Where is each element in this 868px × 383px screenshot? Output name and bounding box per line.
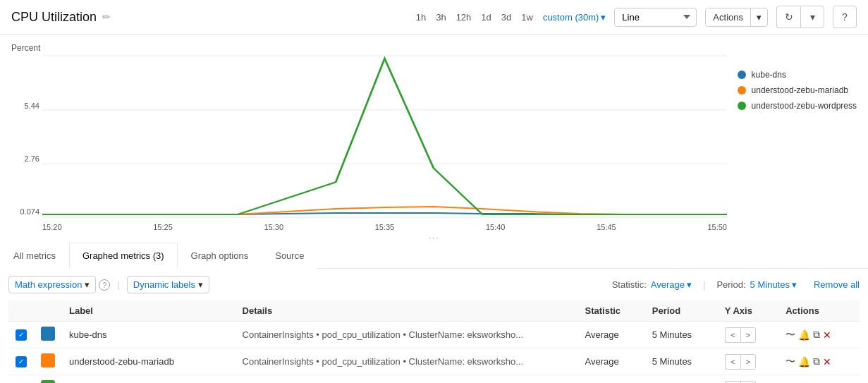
trend-icon-2[interactable]: 〜 — [786, 355, 795, 368]
legend-dot-wordpress — [738, 102, 746, 110]
remove-all-button[interactable]: Remove all — [814, 279, 860, 290]
checkbox-1[interactable]: ✓ — [16, 329, 27, 341]
col-header-actions: Actions — [778, 300, 860, 322]
copy-icon-1[interactable]: ⧉ — [813, 329, 820, 341]
table-row: ✓ understood-zebu-wordpress ContainerIns… — [8, 375, 860, 384]
custom-caret-icon: ▾ — [601, 12, 606, 23]
legend-label-mariadb: understood-zebu-mariadb — [752, 85, 848, 95]
top-bar: CPU Utilization ✏ 1h 3h 12h 1d 3d 1w cus… — [0, 0, 868, 35]
yaxis-left-btn-2[interactable]: < — [725, 354, 740, 370]
refresh-caret-button[interactable]: ▾ — [800, 6, 824, 28]
time-1h[interactable]: 1h — [416, 12, 426, 23]
row-period-1: 5 Minutes — [645, 322, 718, 348]
tab-graph-options[interactable]: Graph options — [178, 243, 262, 269]
statistic-group: Statistic: Average ▾ — [612, 279, 692, 290]
time-3h[interactable]: 3h — [436, 12, 446, 23]
row-details-3: ContainerInsights • pod_cpu_utilization … — [236, 375, 578, 384]
row-check-3[interactable]: ✓ — [8, 375, 34, 384]
time-custom[interactable]: custom (30m) ▾ — [543, 12, 606, 23]
row-label-1: kube-dns — [62, 322, 236, 348]
chart-container: Percent 5.44 2.76 0.074 15:20 15:25 15:3… — [0, 35, 868, 243]
row-statistic-2: Average — [577, 348, 644, 375]
row-swatch-1 — [34, 322, 62, 348]
col-header-check — [8, 300, 34, 322]
bell-icon-1[interactable]: 🔔 — [798, 329, 810, 341]
col-header-label: Label — [62, 300, 236, 322]
x-tick-1540: 15:40 — [486, 223, 506, 231]
refresh-button[interactable]: ↻ — [776, 6, 800, 28]
math-expression-dropdown[interactable]: Math expression ▾ — [8, 276, 96, 293]
yaxis-left-btn-1[interactable]: < — [725, 327, 740, 343]
swatch-2 — [41, 353, 55, 367]
y-tick-544: 5.44 — [11, 102, 39, 110]
trend-icon-1[interactable]: 〜 — [786, 329, 795, 341]
row-swatch-2 — [34, 348, 62, 375]
row-yaxis-2: < > — [718, 348, 778, 375]
remove-icon-2[interactable]: ✕ — [823, 356, 831, 367]
tabs-bar: All metrics Graphed metrics (3) Graph op… — [0, 243, 868, 269]
actions-cell-2: 〜 🔔 ⧉ ✕ — [786, 355, 852, 368]
table-row: ✓ understood-zebu-mariadb ContainerInsig… — [8, 348, 860, 375]
actions-caret-icon[interactable]: ▾ — [751, 8, 767, 26]
metrics-table: Label Details Statistic Period Y Axis Ac… — [8, 300, 860, 383]
statistic-dropdown[interactable]: Average ▾ — [651, 279, 692, 290]
row-check-1[interactable]: ✓ — [8, 322, 34, 348]
swatch-3 — [41, 380, 55, 383]
x-axis: 15:20 15:25 15:30 15:35 15:40 15:45 15:5… — [42, 223, 727, 231]
checkbox-2[interactable]: ✓ — [16, 356, 27, 367]
remove-icon-1[interactable]: ✕ — [823, 329, 831, 341]
row-actions-3: 〜 🔔 ⧉ ✕ — [778, 375, 860, 384]
legend-label-kubedns: kube-dns — [752, 70, 786, 80]
x-tick-1550: 15:50 — [707, 223, 727, 231]
col-header-period: Period — [645, 300, 718, 322]
col-header-details: Details — [236, 300, 578, 322]
legend-dot-kubedns — [738, 71, 746, 79]
bell-icon-2[interactable]: 🔔 — [798, 356, 810, 367]
dynamic-labels-dropdown[interactable]: Dynamic labels ▾ — [127, 276, 209, 293]
row-actions-1: 〜 🔔 ⧉ ✕ — [778, 322, 860, 348]
statistic-label: Statistic: — [612, 279, 647, 290]
tab-source[interactable]: Source — [262, 243, 317, 269]
chart-area — [42, 56, 727, 217]
yaxis-left-btn-3[interactable]: < — [725, 381, 740, 384]
y-axis-label: Percent — [11, 43, 40, 53]
actions-main-button[interactable]: Actions — [706, 8, 751, 26]
period-dropdown[interactable]: 5 Minutes ▾ — [750, 279, 797, 290]
time-controls: 1h 3h 12h 1d 3d 1w custom (30m) ▾ — [416, 12, 606, 23]
math-expression-label: Math expression — [15, 279, 82, 290]
chart-type-select[interactable]: Line Area Stacked area Number — [614, 8, 697, 27]
row-details-1: ContainerInsights • pod_cpu_utilization … — [236, 322, 578, 348]
expand-dots[interactable]: ··· — [428, 233, 439, 243]
tab-graphed-metrics[interactable]: Graphed metrics (3) — [69, 243, 178, 269]
row-statistic-3: Average — [577, 375, 644, 384]
time-1d[interactable]: 1d — [481, 12, 491, 23]
y-tick-276: 2.76 — [11, 154, 39, 163]
info-button[interactable]: ? — [833, 6, 857, 28]
row-period-3: 5 Minutes — [645, 375, 718, 384]
refresh-button-group: ↻ ▾ — [776, 6, 824, 28]
edit-icon[interactable]: ✏ — [102, 11, 111, 23]
row-swatch-3 — [34, 375, 62, 384]
row-details-2: ContainerInsights • pod_cpu_utilization … — [236, 348, 578, 375]
chart-legend: kube-dns understood-zebu-mariadb underst… — [738, 70, 857, 111]
tab-all-metrics[interactable]: All metrics — [0, 243, 69, 269]
time-3d[interactable]: 3d — [501, 12, 511, 23]
x-tick-1525: 15:25 — [153, 223, 173, 231]
yaxis-right-btn-2[interactable]: > — [740, 354, 756, 370]
row-check-2[interactable]: ✓ — [8, 348, 34, 375]
copy-icon-2[interactable]: ⧉ — [813, 355, 820, 367]
toolbar-divider2: | — [703, 279, 705, 290]
math-expression-help-icon[interactable]: ? — [99, 279, 110, 291]
y-tick-0074: 0.074 — [11, 207, 39, 216]
yaxis-right-btn-3[interactable]: > — [740, 381, 756, 384]
x-tick-1535: 15:35 — [375, 223, 395, 231]
table-body: ✓ kube-dns ContainerInsights • pod_cpu_u… — [8, 322, 860, 384]
dynamic-labels-caret-icon: ▾ — [198, 279, 203, 290]
col-header-statistic: Statistic — [577, 300, 644, 322]
row-statistic-1: Average — [577, 322, 644, 348]
time-1w[interactable]: 1w — [521, 12, 533, 23]
yaxis-right-btn-1[interactable]: > — [740, 327, 756, 343]
chart-svg — [42, 56, 727, 217]
yaxis-nav-1: < > — [725, 327, 771, 343]
time-12h[interactable]: 12h — [456, 12, 472, 23]
